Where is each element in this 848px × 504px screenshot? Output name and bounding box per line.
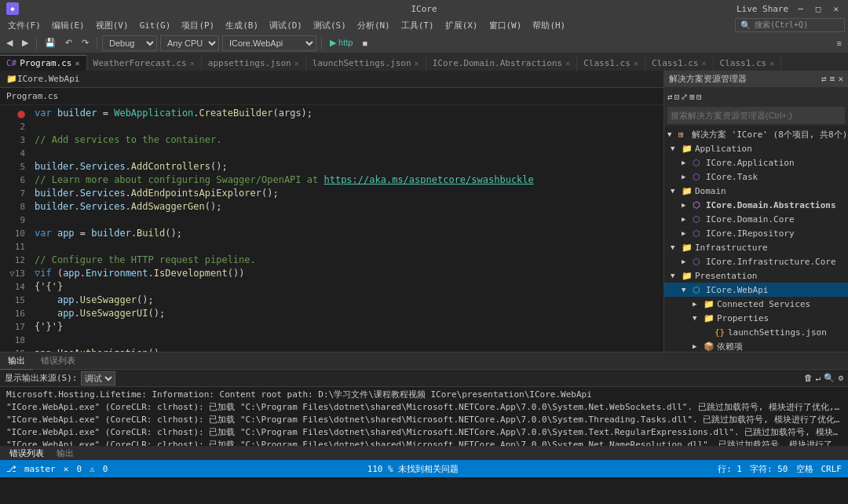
tree-presentation-folder[interactable]: ▼ 📁 Presentation [664, 268, 848, 283]
editor-path-icon: 📁 [6, 74, 17, 84]
code-content[interactable]: var builder = WebApplication.CreateBuild… [31, 105, 663, 352]
output-source-select[interactable]: 调试 [81, 371, 115, 385]
toolbar-redo-btn[interactable]: ↷ [79, 35, 92, 51]
toolbar-icon-1[interactable]: ⇄ [667, 92, 673, 102]
tree-domain-core[interactable]: ▶ ⬡ ICore.Domain.Core [664, 212, 848, 226]
stop-btn[interactable]: ■ [359, 35, 371, 51]
tab-domain-abstractions[interactable]: ICore.Domain.Abstractions ✕ [426, 55, 578, 71]
tab-launchsettings[interactable]: launchSettings.json ✕ [306, 55, 426, 71]
tree-infra-core[interactable]: ▶ ⬡ ICore.Infrastructure.Core [664, 254, 848, 268]
tab-close-icon[interactable]: ✕ [75, 59, 79, 68]
app-expand-icon: ▼ [671, 144, 682, 152]
menu-tools[interactable]: 工具(T) [397, 18, 439, 33]
tab-program-cs[interactable]: C# Program.cs ✕ [0, 55, 87, 71]
tab-wf-close[interactable]: ✕ [190, 59, 195, 68]
tab-launchsettings-close[interactable]: ✕ [415, 59, 419, 68]
output-find-btn[interactable]: 🔍 [824, 373, 835, 383]
run-btn[interactable]: ▶ http [327, 35, 356, 51]
toolbar-icon-2[interactable]: ⊡ [674, 92, 680, 102]
panel-sync-btn[interactable]: ⇄ [821, 74, 827, 84]
menu-extensions[interactable]: 扩展(X) [440, 18, 483, 33]
tab-class1-3-close[interactable]: ✕ [769, 59, 774, 68]
code-line-8: builder.Services.AddSwaggerGen(); [35, 200, 663, 214]
toolbar-icon-4[interactable]: ⊞ [689, 92, 695, 102]
status-errors-icon: ✕ [64, 464, 69, 474]
panel-title: 解决方案资源管理器 [669, 73, 747, 85]
code-line-9 [35, 214, 663, 227]
code-editor[interactable]: ● 2 3 4 5 6 7 8 9 10 11 12 ▽13 14 15 16 … [0, 105, 663, 352]
tree-irepository[interactable]: ▶ ⬡ ICore.IRepository [664, 226, 848, 240]
output-clear-btn[interactable]: 🗑 [804, 373, 813, 383]
code-line-10: var app = builder.Build(); [35, 227, 663, 240]
tab-appsettings[interactable]: appsettings.json ✕ [202, 55, 306, 71]
menu-edit[interactable]: 编辑(E) [47, 18, 90, 33]
tree-launchsettings[interactable]: ▶ {} launchSettings.json [664, 325, 848, 339]
tree-icore-application[interactable]: ▶ ⬡ ICore.Application [664, 155, 848, 170]
tree-webapi[interactable]: ▼ ⬡ ICore.WebApi [664, 283, 848, 297]
status-no-issues: 未找到相关问题 [398, 463, 459, 475]
git-branch-label[interactable]: master [24, 464, 56, 474]
toolbar-extra-btn[interactable]: ≡ [834, 35, 845, 51]
tree-solution-root[interactable]: ▼ ⊞ 解决方案 'ICore' (8个项目, 共8个) [664, 127, 848, 141]
menu-analyze[interactable]: 分析(N) [353, 18, 395, 33]
tree-properties[interactable]: ▼ 📁 Properties [664, 311, 848, 325]
tree-connected-services[interactable]: ▶ 📁 Connected Services [664, 297, 848, 311]
editor-path-bar: 📁 ICore.WebApi [0, 71, 663, 88]
document-tabs: C# Program.cs ✕ WeatherForecast.cs ✕ app… [0, 53, 848, 71]
solution-search-input[interactable] [667, 107, 845, 124]
tab-domain-close[interactable]: ✕ [565, 59, 570, 68]
tab-class1-1[interactable]: Class1.cs ✕ [577, 55, 645, 71]
tree-domain-folder[interactable]: ▼ 📁 Domain [664, 184, 848, 198]
tree-dependencies[interactable]: ▶ 📦 依赖项 [664, 339, 848, 352]
menu-project[interactable]: 项目(P) [177, 18, 219, 33]
tab-class1-2[interactable]: Class1.cs ✕ [645, 55, 714, 71]
menu-view[interactable]: 视图(V) [91, 18, 133, 33]
menu-test[interactable]: 测试(S) [309, 18, 351, 33]
webapi-label: ICore.WebApi [706, 285, 768, 295]
menu-build[interactable]: 生成(B) [221, 18, 263, 33]
output-settings-btn[interactable]: ⚙ [838, 373, 843, 383]
menu-help[interactable]: 帮助(H) [528, 18, 570, 33]
toolbar-icon-3[interactable]: ⤢ [681, 92, 688, 102]
platform-select[interactable]: Any CPU [160, 35, 219, 51]
project-select[interactable]: ICore.WebApi [222, 35, 316, 51]
panel-close-btn[interactable]: ✕ [838, 74, 843, 84]
output-tab-errors[interactable]: 错误列表 [33, 352, 83, 370]
tab-appsettings-label: appsettings.json [208, 58, 291, 68]
tree-application-folder[interactable]: ▼ 📁 Application [664, 141, 848, 155]
tree-domain-abstractions[interactable]: ▶ ⬡ ICore.Domain.Abstractions [664, 198, 848, 212]
domain-folder-label: Domain [695, 186, 726, 196]
menu-window[interactable]: 窗口(W) [484, 18, 527, 33]
irepository-expand-icon: ▶ [682, 229, 693, 237]
toolbar-save-btn[interactable]: 💾 [42, 35, 59, 51]
output-wrap-btn[interactable]: ↵ [816, 373, 821, 383]
bottom-tab-output[interactable]: 输出 [50, 447, 80, 459]
tab-class1-3[interactable]: Class1.cs ✕ [714, 55, 782, 71]
close-btn[interactable]: ✕ [830, 4, 842, 14]
debug-mode-select[interactable]: Debug [102, 35, 157, 51]
toolbar-divider-2 [97, 37, 97, 49]
panel-filter-btn[interactable]: ≡ [830, 74, 835, 84]
menu-file[interactable]: 文件(F) [3, 18, 46, 33]
tab-class1-2-close[interactable]: ✕ [702, 59, 707, 68]
bottom-tab-errors[interactable]: 错误列表 [3, 447, 50, 459]
tree-icore-task[interactable]: ▶ ⬡ ICore.Task [664, 170, 848, 184]
output-tab-output[interactable]: 输出 [0, 352, 33, 370]
tab-class1-1-close[interactable]: ✕ [634, 59, 638, 68]
icore-app-expand-icon: ▶ [682, 159, 693, 166]
output-content[interactable]: Microsoft.Hosting.Lifetime: Information:… [0, 387, 848, 446]
menu-debug[interactable]: 调试(D) [265, 18, 307, 33]
code-line-1: var builder = WebApplication.CreateBuild… [35, 107, 663, 120]
minimize-btn[interactable]: ─ [795, 4, 806, 14]
toolbar-forward-btn[interactable]: ▶ [19, 35, 31, 51]
status-line: 行: 1 [718, 463, 742, 475]
tab-weatherforecast[interactable]: WeatherForecast.cs ✕ [87, 55, 202, 71]
toolbar-undo-btn[interactable]: ↶ [62, 35, 75, 51]
tab-appsettings-close[interactable]: ✕ [294, 59, 299, 68]
menu-git[interactable]: Git(G) [135, 19, 176, 32]
tree-infrastructure-folder[interactable]: ▼ 📁 Infrastructure [664, 240, 848, 254]
toolbar-back-btn[interactable]: ◀ [3, 35, 16, 51]
maximize-btn[interactable]: □ [813, 4, 824, 14]
toolbar-icon-5[interactable]: ⊟ [696, 92, 702, 102]
live-share-btn[interactable]: Live Share [737, 4, 788, 14]
